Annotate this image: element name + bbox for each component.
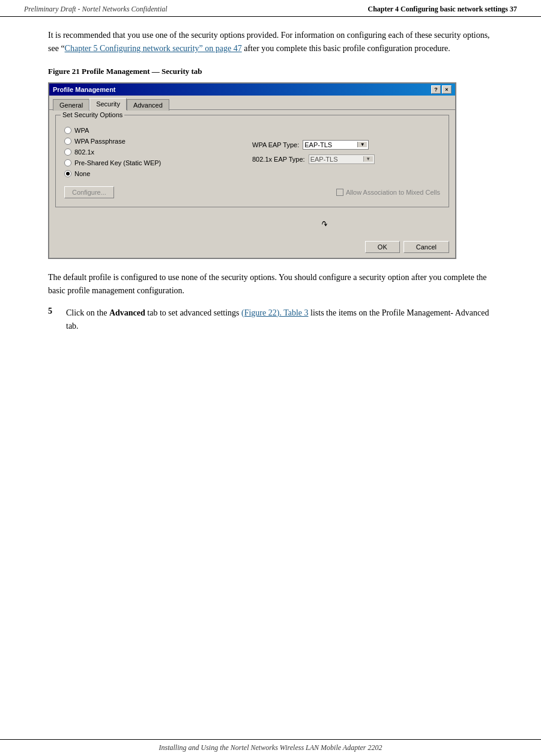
close-button[interactable]: × [442, 85, 452, 94]
figure-caption: Profile Management — Security tab [80, 67, 202, 76]
step-number: 5 [48, 306, 56, 334]
group-label: Set Security Options [61, 111, 124, 118]
page-content: It is recommended that you use one of th… [0, 17, 541, 365]
radio-options-column: WPA WPA Passphrase 802.1x Pre-Sh [64, 125, 252, 179]
mixed-cells-row[interactable]: Allow Association to Mixed Cells [336, 189, 440, 196]
option-none[interactable]: None [64, 168, 252, 179]
footer-text: Installing and Using the Nortel Networks… [159, 743, 382, 752]
cursor-area: ↶ [55, 213, 449, 231]
radio-none[interactable] [64, 170, 71, 177]
radio-8021x[interactable] [64, 148, 71, 156]
eap-container: WPA EAP Type: EAP-TLS ▼ 802.1x EAP Type:… [252, 125, 440, 179]
options-grid: WPA WPA Passphrase 802.1x Pre-Sh [64, 125, 440, 179]
radio-wpa-passphrase[interactable] [64, 138, 71, 145]
8021x-eap-label: 802.1x EAP Type: [252, 156, 305, 163]
tab-security[interactable]: Security [89, 98, 127, 110]
8021x-eap-row: 802.1x EAP Type: EAP-TLS ▼ [252, 154, 440, 164]
header-right: Chapter 4 Configuring basic network sett… [368, 5, 517, 14]
dialog-footer: OK Cancel [49, 237, 455, 258]
option-wpa[interactable]: WPA [64, 125, 252, 136]
wpa-eap-dropdown-arrow[interactable]: ▼ [357, 142, 367, 147]
8021x-eap-dropdown-arrow[interactable]: ▼ [363, 156, 373, 162]
mixed-cells-checkbox[interactable] [336, 189, 343, 196]
figure-label: Figure 21 Profile Management — Security … [48, 67, 493, 76]
body-paragraph: The default profile is configured to use… [48, 271, 493, 298]
dialog-title: Profile Management [53, 86, 116, 93]
wpa-eap-dropdown[interactable]: EAP-TLS ▼ [303, 140, 369, 150]
mouse-cursor-icon: ↶ [322, 218, 327, 231]
step-text-middle: tab to set advanced settings [145, 308, 241, 317]
option-psk[interactable]: Pre-Shared Key (Static WEP) [64, 157, 252, 168]
profile-management-dialog[interactable]: Profile Management ? × General Security … [48, 82, 456, 259]
radio-psk[interactable] [64, 159, 71, 166]
tab-advanced[interactable]: Advanced [127, 99, 169, 111]
configure-row: Configure... Allow Association to Mixed … [64, 186, 440, 198]
dialog-titlebar: Profile Management ? × [49, 84, 455, 96]
radio-wpa[interactable] [64, 127, 71, 134]
step-5: 5 Click on the Advanced tab to set advan… [48, 306, 493, 334]
page-header: Preliminary Draft - Nortel Networks Conf… [0, 0, 541, 17]
option-wpa-passphrase[interactable]: WPA Passphrase [64, 136, 252, 147]
security-options-group: Set Security Options WPA WPA Passphrase [55, 115, 449, 207]
option-8021x[interactable]: 802.1x [64, 147, 252, 157]
step-link[interactable]: (Figure 22). Table 3 [241, 308, 309, 317]
step-bold-advanced: Advanced [109, 308, 145, 317]
8021x-eap-dropdown[interactable]: EAP-TLS ▼ [309, 154, 375, 164]
dialog-title-buttons: ? × [431, 85, 452, 94]
dialog-tabs: General Security Advanced [49, 96, 455, 109]
wpa-eap-label: WPA EAP Type: [252, 141, 299, 148]
configure-button[interactable]: Configure... [64, 186, 114, 198]
help-button[interactable]: ? [431, 85, 441, 94]
intro-paragraph: It is recommended that you use one of th… [48, 29, 493, 56]
wpa-eap-row: WPA EAP Type: EAP-TLS ▼ [252, 140, 440, 150]
ok-button[interactable]: OK [365, 241, 400, 253]
cancel-button[interactable]: Cancel [403, 241, 449, 253]
page-footer: Installing and Using the Nortel Networks… [0, 739, 541, 756]
intro-link[interactable]: Chapter 5 Configuring network security” … [65, 44, 242, 53]
figure-number: Figure 21 [48, 67, 80, 76]
dialog-body: Set Security Options WPA WPA Passphrase [49, 109, 455, 237]
header-left: Preliminary Draft - Nortel Networks Conf… [24, 5, 168, 14]
step-text-before: Click on the [66, 308, 109, 317]
step-text: Click on the Advanced tab to set advance… [66, 306, 493, 334]
intro-text-after: after you complete this basic profile co… [242, 44, 450, 53]
mixed-cells-label: Allow Association to Mixed Cells [346, 189, 440, 196]
tab-general[interactable]: General [53, 99, 89, 111]
